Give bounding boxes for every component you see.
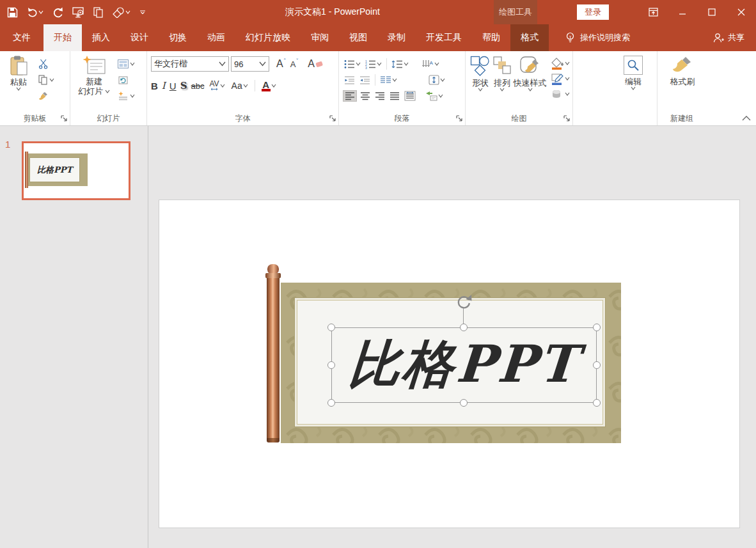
shapes-caret-icon[interactable] [478,88,483,91]
quick-styles-button[interactable]: 快速样式 [513,54,547,111]
tab-slideshow[interactable]: 幻灯片放映 [235,24,301,51]
align-text-caret-icon[interactable] [440,78,445,82]
bold-button[interactable]: B [151,81,158,91]
arrange-button[interactable]: 排列 [491,54,513,111]
copy-button[interactable] [90,3,107,22]
tab-developer[interactable]: 开发工具 [416,24,472,51]
resize-handle-bottom-center[interactable] [460,399,468,407]
customize-qat-button[interactable] [136,3,149,22]
tell-me-search[interactable]: 操作说明搜索 [565,24,630,51]
tab-animations[interactable]: 动画 [197,24,235,51]
shape-fill-caret-icon[interactable] [565,61,570,65]
resize-handle-bottom-left[interactable] [327,399,335,407]
sign-in-button[interactable]: 登录 [577,4,609,20]
minimize-button[interactable] [668,0,697,24]
resize-handle-middle-left[interactable] [327,361,335,369]
numbering-button[interactable]: 123 [364,59,383,70]
tab-design[interactable]: 设计 [120,24,159,51]
shape-outline-button[interactable] [551,72,570,85]
text-shadow-button[interactable]: S [180,80,187,91]
slide-editor-area[interactable]: 比格PPT [148,126,756,548]
align-text-button[interactable] [427,74,446,86]
italic-button[interactable]: I [162,80,166,91]
section-button[interactable] [118,90,135,102]
resize-handle-bottom-right[interactable] [593,399,601,407]
rotate-handle-icon[interactable] [455,294,472,310]
slide-layout-button[interactable] [118,58,135,70]
distribute-text-button[interactable] [403,90,417,102]
font-size-combo[interactable]: 96 [231,56,269,72]
draw-shape-button[interactable] [109,3,134,22]
increase-font-size-button[interactable]: Aˆ [275,58,287,70]
new-slide-button[interactable]: 新建 幻灯片 [74,54,114,111]
paste-button[interactable]: 粘贴 [4,54,33,111]
resize-handle-top-left[interactable] [327,324,335,331]
columns-caret-icon[interactable] [392,78,397,82]
clipboard-dialog-launcher[interactable] [60,114,68,122]
shape-outline-caret-icon[interactable] [565,77,570,81]
undo-dropdown-caret-icon[interactable] [38,10,43,14]
start-slideshow-button[interactable] [69,3,88,22]
bullets-button[interactable] [343,59,362,70]
align-right-button[interactable] [374,91,386,101]
quick-styles-caret-icon[interactable] [528,88,533,91]
change-case-button[interactable]: Aa [230,80,249,91]
save-button[interactable] [4,3,21,22]
redo-button[interactable] [49,3,67,22]
resize-handle-top-center[interactable] [460,324,468,331]
decrease-indent-button[interactable] [343,75,356,85]
convert-smartart-button[interactable] [424,91,445,102]
ribbon-display-options-button[interactable] [638,0,668,24]
section-caret-icon[interactable] [130,94,135,98]
shape-effects-caret-icon[interactable] [565,92,570,96]
text-direction-caret-icon[interactable] [434,62,439,66]
font-color-caret-icon[interactable] [271,84,276,88]
edit-caret-icon[interactable] [631,86,636,90]
slide-layout-caret-icon[interactable] [130,62,135,66]
scroll-rod[interactable] [267,278,280,441]
tab-insert[interactable]: 插入 [82,24,120,51]
smartart-caret-icon[interactable] [438,94,443,98]
line-spacing-caret-icon[interactable] [404,62,409,66]
align-center-button[interactable] [359,91,372,101]
cut-button[interactable] [38,58,54,70]
shape-fill-button[interactable] [551,57,570,70]
strikethrough-button[interactable]: abc [191,81,204,91]
format-painter-small-button[interactable] [38,90,54,102]
font-dialog-launcher[interactable] [329,114,336,122]
align-left-button[interactable] [343,90,357,102]
shape-effects-button[interactable] [551,88,570,100]
reset-slide-button[interactable] [118,74,135,86]
slide-thumbnails-panel[interactable]: 1 比格PPT [0,126,148,548]
arrange-caret-icon[interactable] [500,88,505,91]
format-painter-button[interactable]: 格式刷 [662,54,703,111]
tab-format[interactable]: 格式 [510,24,549,51]
tab-record[interactable]: 录制 [377,24,416,51]
underline-button[interactable]: U [169,81,177,91]
line-spacing-button[interactable] [390,59,410,70]
resize-handle-middle-right[interactable] [593,361,601,369]
font-name-combo[interactable]: 华文行楷 [151,56,229,72]
copy-small-button[interactable] [38,74,54,86]
scroll-rod-collar[interactable] [265,273,281,278]
drawing-dialog-launcher[interactable] [563,114,571,122]
collapse-ribbon-button[interactable] [742,115,751,121]
character-spacing-button[interactable]: AV [208,80,226,91]
tab-help[interactable]: 帮助 [472,24,510,51]
bullets-caret-icon[interactable] [356,62,361,66]
edit-button[interactable]: 编辑 [618,54,648,111]
text-direction-button[interactable]: A [421,59,441,70]
shapes-button[interactable]: 形状 [469,54,491,111]
clear-formatting-button[interactable]: A [306,58,324,70]
slide-canvas[interactable]: 比格PPT [159,200,740,528]
tab-review[interactable]: 审阅 [301,24,339,51]
resize-handle-top-right[interactable] [593,324,601,331]
tab-transitions[interactable]: 切换 [159,24,197,51]
maximize-button[interactable] [697,0,727,24]
paste-caret-icon[interactable] [16,87,21,91]
tab-view[interactable]: 视图 [339,24,377,51]
slide-thumbnail-1[interactable]: 比格PPT [22,141,130,200]
copy-caret-icon[interactable] [49,78,54,82]
columns-button[interactable] [379,75,398,85]
decrease-font-size-button[interactable]: Aˇ [289,59,300,70]
